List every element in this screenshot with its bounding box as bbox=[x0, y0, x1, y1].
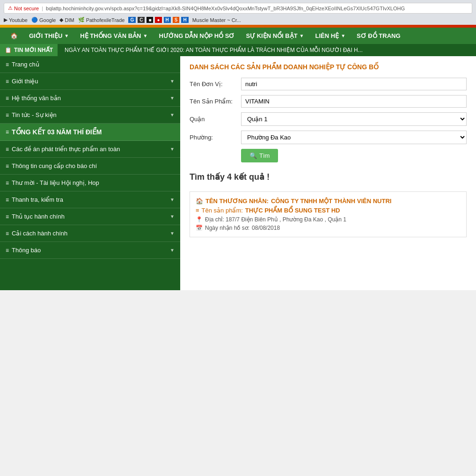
search-icon: 🔍 bbox=[249, 152, 257, 159]
nav-so-do-trang[interactable]: SƠ ĐỒ TRANG bbox=[351, 28, 406, 44]
nav-arrow-0: ▼ bbox=[64, 33, 69, 38]
ticker-label: 📋 TIN MỚI NHẤT bbox=[0, 44, 58, 56]
search-button-row: 🔍 Tìm bbox=[190, 149, 467, 162]
sidebar-item-thu-tuc[interactable]: ≡ Thủ tục hành chính ▼ bbox=[0, 208, 180, 225]
news-ticker: 📋 TIN MỚI NHẤT NGÀY AN TOÀN THỰC PHẨM TH… bbox=[0, 44, 476, 56]
not-secure-indicator: ⚠ Not secure bbox=[8, 5, 39, 11]
page-title: DANH SÁCH CÁC SẢN PHẨM DOANH NGHIỆP TỰ C… bbox=[190, 63, 467, 71]
result-product: ≡ Tên sản phẩm: THỰC PHẨM BỔ SUNG TEST H… bbox=[196, 207, 461, 214]
bookmark-muscle[interactable]: Muscle Master ~ Cr... bbox=[192, 17, 241, 23]
sidebar-arrow-3: ▼ bbox=[170, 112, 175, 117]
bookmark-google[interactable]: 🔵 Google bbox=[31, 17, 56, 23]
content-area: DANH SÁCH CÁC SẢN PHẨM DOANH NGHIỆP TỰ C… bbox=[180, 56, 476, 290]
nav-arrow-1: ▼ bbox=[143, 33, 147, 38]
home-icon: 🏠 bbox=[196, 198, 203, 205]
sidebar-item-thanh-tra[interactable]: ≡ Thanh tra, kiểm tra ▼ bbox=[0, 191, 180, 208]
san-pham-input[interactable] bbox=[241, 95, 467, 108]
news-icon: 📋 bbox=[5, 47, 12, 53]
sidebar-item-de-an[interactable]: ≡ Các đề án phát triển thực phẩm an toàn… bbox=[0, 141, 180, 158]
phuong-row: Phường: Phường Đa Kao Phường Bến Nghé Ph… bbox=[190, 131, 467, 144]
sidebar-arrow-9: ▼ bbox=[170, 214, 175, 219]
bookmark-pathofexile[interactable]: 🌿 PathofexileTrade bbox=[78, 17, 125, 23]
menu-icon-5: ≡ bbox=[6, 146, 9, 153]
search-button[interactable]: 🔍 Tìm bbox=[241, 149, 278, 162]
quan-select[interactable]: Quận 1 Quận 2 Quận 3 bbox=[241, 112, 467, 126]
browser-chrome: ⚠ Not secure | bqlattp.hochiminhcity.gov… bbox=[0, 0, 476, 25]
don-vi-label: Tên Đơn Vị: bbox=[190, 81, 236, 88]
quan-row: Quận Quận 1 Quận 2 Quận 3 bbox=[190, 112, 467, 126]
sidebar-arrow-8: ▼ bbox=[170, 197, 175, 202]
page-wrapper: 🏠 GIỚI THIỆU ▼ HỆ THỐNG VĂN BẢN ▼ HƯỚNG … bbox=[0, 25, 476, 290]
menu-icon-6: ≡ bbox=[6, 163, 9, 169]
results-summary: Tìm thấy 4 kết quả ! bbox=[190, 172, 467, 182]
sidebar-item-thong-tin-bao-chi[interactable]: ≡ Thông tin cung cấp cho báo chí bbox=[0, 158, 180, 175]
address-bar[interactable]: ⚠ Not secure | bqlattp.hochiminhcity.gov… bbox=[4, 3, 472, 14]
bookmarks-bar: ▶ Youtube 🔵 Google ◆ DIM 🌿 PathofexileTr… bbox=[4, 15, 472, 25]
menu-icon-1: ≡ bbox=[6, 78, 9, 85]
sidebar-item-gioi-thieu[interactable]: ≡ Giới thiệu ▼ bbox=[0, 73, 180, 90]
nav-gioi-thieu[interactable]: GIỚI THIỆU ▼ bbox=[23, 28, 74, 44]
result-company: 🏠 TÊN THƯƠNG NHÂN: CÔNG TY TNHH MỘT THÀN… bbox=[196, 198, 461, 205]
phuong-label: Phường: bbox=[190, 134, 236, 141]
menu-icon-11: ≡ bbox=[6, 247, 9, 254]
phuong-select[interactable]: Phường Đa Kao Phường Bến Nghé Phường Bến… bbox=[241, 131, 467, 144]
nav-arrow-3: ▼ bbox=[300, 33, 304, 38]
search-form: Tên Đơn Vị: Tên Sản Phẩm: Quận Quận 1 Qu… bbox=[190, 78, 467, 162]
ticker-content: NGÀY AN TOÀN THỰC PHẨM THẾ GIỚI 2020: AN… bbox=[58, 44, 370, 56]
quan-label: Quận bbox=[190, 116, 236, 123]
nav-su-kien[interactable]: SỰ KIỆN NỔI BẬT ▼ bbox=[240, 28, 309, 44]
nav-home[interactable]: 🏠 bbox=[5, 28, 23, 44]
sidebar-item-thu-moi[interactable]: ≡ Thư mời - Tài liệu Hội nghị, Hop bbox=[0, 175, 180, 191]
menu-icon-0: ≡ bbox=[6, 61, 9, 68]
menu-icon-4: ≡ bbox=[6, 129, 9, 135]
sidebar-arrow-5: ▼ bbox=[170, 146, 175, 152]
main-navigation: 🏠 GIỚI THIỆU ▼ HỆ THỐNG VĂN BẢN ▼ HƯỚNG … bbox=[0, 28, 476, 44]
don-vi-input[interactable] bbox=[241, 78, 467, 90]
main-layout: ≡ Trang chủ ≡ Giới thiệu ▼ ≡ Hệ thống vă… bbox=[0, 56, 476, 290]
result-date: 📅 Ngày nhận hồ sơ: 08/08/2018 bbox=[196, 225, 461, 231]
menu-icon-9: ≡ bbox=[6, 213, 9, 220]
sidebar-item-cai-cach[interactable]: ≡ Cải cách hành chính ▼ bbox=[0, 225, 180, 242]
sidebar-arrow-2: ▼ bbox=[170, 95, 175, 101]
menu-icon-7: ≡ bbox=[6, 180, 9, 186]
sidebar-item-tong-ket[interactable]: ≡ TỔNG KẾT 03 NĂM THÍ ĐIỂM bbox=[0, 124, 180, 141]
sidebar-item-trang-chu[interactable]: ≡ Trang chủ bbox=[0, 56, 180, 73]
sidebar-item-tin-tuc[interactable]: ≡ Tin tức - Sự kiện ▼ bbox=[0, 107, 180, 124]
nav-he-thong-van-ban[interactable]: HỆ THỐNG VĂN BẢN ▼ bbox=[74, 28, 153, 44]
bookmark-dim[interactable]: ◆ DIM bbox=[59, 17, 74, 23]
bookmark-youtube[interactable]: ▶ Youtube bbox=[4, 17, 28, 23]
sidebar-item-he-thong-van-ban[interactable]: ≡ Hệ thống văn bản ▼ bbox=[0, 90, 180, 107]
nav-arrow-4: ▼ bbox=[341, 33, 345, 38]
sidebar-arrow-1: ▼ bbox=[170, 79, 175, 84]
san-pham-row: Tên Sản Phẩm: bbox=[190, 95, 467, 108]
sidebar-item-thong-bao[interactable]: ≡ Thông báo ▼ bbox=[0, 242, 180, 259]
menu-icon-8: ≡ bbox=[6, 197, 9, 203]
url-text: bqlattp.hochiminhcity.gov.vn/spcb.aspx?c… bbox=[46, 6, 405, 11]
sidebar-arrow-11: ▼ bbox=[170, 248, 175, 253]
don-vi-row: Tên Đơn Vị: bbox=[190, 78, 467, 90]
calendar-icon: 📅 bbox=[196, 225, 203, 231]
sidebar: ≡ Trang chủ ≡ Giới thiệu ▼ ≡ Hệ thống vă… bbox=[0, 56, 180, 290]
list-icon: ≡ bbox=[196, 207, 199, 214]
nav-huong-dan[interactable]: HƯỚNG DẪN NỘP HỒ SƠ bbox=[153, 28, 240, 44]
result-card-0: 🏠 TÊN THƯƠNG NHÂN: CÔNG TY TNHH MỘT THÀN… bbox=[190, 191, 467, 237]
pin-icon: 📍 bbox=[196, 216, 203, 223]
menu-icon-3: ≡ bbox=[6, 112, 9, 118]
nav-lien-he[interactable]: LIÊN HỆ ▼ bbox=[310, 28, 352, 44]
sidebar-arrow-10: ▼ bbox=[170, 231, 175, 236]
san-pham-label: Tên Sản Phẩm: bbox=[190, 98, 236, 105]
menu-icon-2: ≡ bbox=[6, 95, 9, 102]
result-address: 📍 Địa chỉ: 187/7 Điện Biên Phủ , Phường … bbox=[196, 216, 461, 223]
menu-icon-10: ≡ bbox=[6, 230, 9, 237]
